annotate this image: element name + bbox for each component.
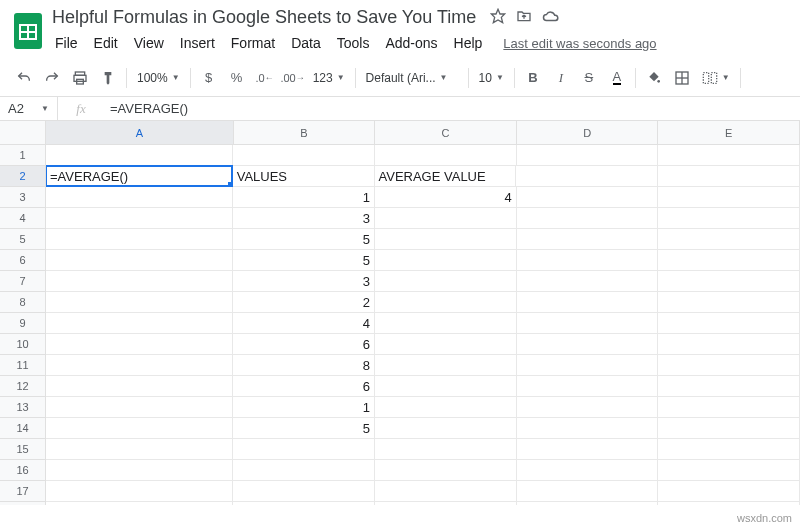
cell-A11[interactable]	[46, 355, 233, 376]
menu-help[interactable]: Help	[447, 31, 490, 55]
cell-D12[interactable]	[517, 376, 659, 397]
cell-D4[interactable]	[517, 208, 659, 229]
cell-C12[interactable]	[375, 376, 517, 397]
cell-D8[interactable]	[517, 292, 659, 313]
row-header-12[interactable]: 12	[0, 376, 45, 397]
cell-D9[interactable]	[517, 313, 659, 334]
cell-A12[interactable]	[46, 376, 233, 397]
zoom-select[interactable]: 100%▼	[131, 64, 186, 92]
increase-decimal-button[interactable]: .00→	[279, 64, 307, 92]
cell-C17[interactable]	[375, 481, 517, 502]
move-to-folder-icon[interactable]	[516, 8, 532, 27]
cell-B15[interactable]	[233, 439, 375, 460]
document-title[interactable]: Helpful Formulas in Google Sheets to Sav…	[48, 6, 480, 29]
cell-B12[interactable]: 6	[233, 376, 375, 397]
font-size-select[interactable]: 10▼	[473, 64, 510, 92]
cell-E16[interactable]	[658, 460, 800, 481]
cell-E5[interactable]	[658, 229, 800, 250]
cell-C16[interactable]	[375, 460, 517, 481]
cell-C1[interactable]	[375, 145, 517, 166]
undo-button[interactable]	[10, 64, 38, 92]
column-header-A[interactable]: A	[46, 121, 234, 144]
cell-E4[interactable]	[658, 208, 800, 229]
row-header-4[interactable]: 4	[0, 208, 45, 229]
row-header-9[interactable]: 9	[0, 313, 45, 334]
cell-E10[interactable]	[658, 334, 800, 355]
row-header-1[interactable]: 1	[0, 145, 45, 166]
cell-A17[interactable]	[46, 481, 233, 502]
row-header-8[interactable]: 8	[0, 292, 45, 313]
paint-format-button[interactable]	[94, 64, 122, 92]
cell-D1[interactable]	[517, 145, 659, 166]
column-header-B[interactable]: B	[234, 121, 376, 144]
cell-D5[interactable]	[517, 229, 659, 250]
cell-B3[interactable]: 1	[233, 187, 375, 208]
cell-B4[interactable]: 3	[233, 208, 375, 229]
cell-B16[interactable]	[233, 460, 375, 481]
number-format-select[interactable]: 123▼	[307, 64, 351, 92]
select-all-corner[interactable]	[0, 121, 45, 145]
column-header-E[interactable]: E	[658, 121, 800, 144]
cell-C4[interactable]	[375, 208, 517, 229]
cell-C6[interactable]	[375, 250, 517, 271]
cell-C14[interactable]	[375, 418, 517, 439]
sheets-logo[interactable]	[8, 6, 48, 56]
cell-B9[interactable]: 4	[233, 313, 375, 334]
cell-B14[interactable]: 5	[233, 418, 375, 439]
cell-A6[interactable]	[46, 250, 233, 271]
font-select[interactable]: Default (Ari...▼	[360, 64, 464, 92]
column-header-C[interactable]: C	[375, 121, 517, 144]
menu-edit[interactable]: Edit	[87, 31, 125, 55]
row-header-5[interactable]: 5	[0, 229, 45, 250]
cell-C9[interactable]	[375, 313, 517, 334]
star-icon[interactable]	[490, 8, 506, 27]
cell-A14[interactable]	[46, 418, 233, 439]
menu-file[interactable]: File	[48, 31, 85, 55]
cell-B2[interactable]: VALUES	[233, 166, 375, 187]
cell-D2[interactable]	[516, 166, 658, 187]
cell-D14[interactable]	[517, 418, 659, 439]
cell-D10[interactable]	[517, 334, 659, 355]
row-header-7[interactable]: 7	[0, 271, 45, 292]
cell-B17[interactable]	[233, 481, 375, 502]
row-header-10[interactable]: 10	[0, 334, 45, 355]
italic-button[interactable]: I	[547, 64, 575, 92]
row-header-18[interactable]: 18	[0, 502, 45, 505]
cell-C2[interactable]: AVERAGE VALUE	[375, 166, 517, 187]
cell-E2[interactable]	[658, 166, 800, 187]
cell-A15[interactable]	[46, 439, 233, 460]
redo-button[interactable]	[38, 64, 66, 92]
cell-B1[interactable]	[233, 145, 375, 166]
cell-E8[interactable]	[658, 292, 800, 313]
cell-B18[interactable]	[233, 502, 375, 505]
name-box[interactable]: A2▼	[0, 97, 58, 120]
cell-C5[interactable]	[375, 229, 517, 250]
cell-A10[interactable]	[46, 334, 233, 355]
cell-E18[interactable]	[658, 502, 800, 505]
cell-D15[interactable]	[517, 439, 659, 460]
cell-B10[interactable]: 6	[233, 334, 375, 355]
menu-addons[interactable]: Add-ons	[378, 31, 444, 55]
cell-C18[interactable]	[375, 502, 517, 505]
cell-D3[interactable]	[517, 187, 659, 208]
cell-A16[interactable]	[46, 460, 233, 481]
cell-C10[interactable]	[375, 334, 517, 355]
cell-A3[interactable]	[46, 187, 233, 208]
cell-B13[interactable]: 1	[233, 397, 375, 418]
cell-E13[interactable]	[658, 397, 800, 418]
format-percent-button[interactable]: %	[223, 64, 251, 92]
borders-button[interactable]	[668, 64, 696, 92]
cloud-status-icon[interactable]	[542, 8, 560, 27]
cell-E14[interactable]	[658, 418, 800, 439]
cell-B6[interactable]: 5	[233, 250, 375, 271]
row-header-14[interactable]: 14	[0, 418, 45, 439]
merge-cells-button[interactable]: ▼	[696, 64, 736, 92]
cell-C3[interactable]: 4	[375, 187, 517, 208]
cell-E15[interactable]	[658, 439, 800, 460]
row-header-16[interactable]: 16	[0, 460, 45, 481]
cell-B11[interactable]: 8	[233, 355, 375, 376]
cell-E3[interactable]	[658, 187, 800, 208]
cell-D13[interactable]	[517, 397, 659, 418]
cell-E11[interactable]	[658, 355, 800, 376]
cell-C7[interactable]	[375, 271, 517, 292]
